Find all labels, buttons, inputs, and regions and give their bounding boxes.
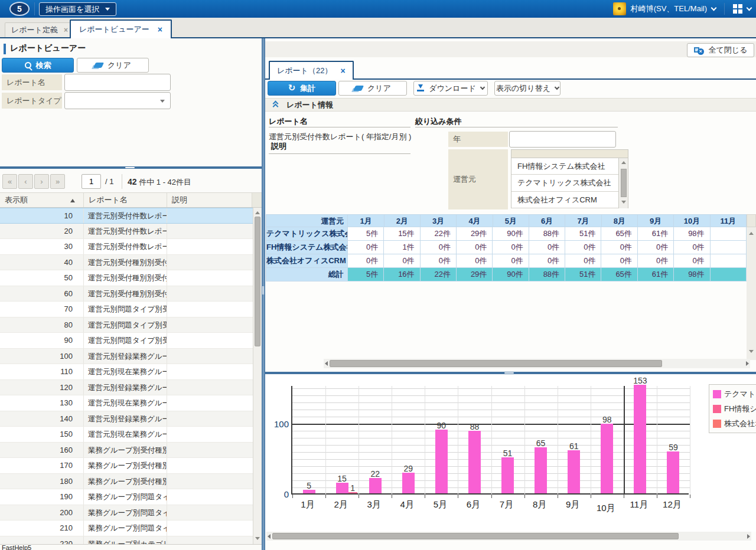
source-option[interactable]: FH情報システム株式会社 <box>511 158 619 175</box>
column-header-order[interactable]: 表示順 <box>0 193 84 207</box>
pager-first-button[interactable]: « <box>2 174 17 189</box>
divider <box>415 127 618 127</box>
cell-display-order: 170 <box>0 458 84 473</box>
summary-month-header: 10月 <box>674 214 710 227</box>
report-list-row[interactable]: 10運営元別受付件数レポート( 年 <box>0 208 253 224</box>
listbox-scrollbar[interactable] <box>618 158 628 208</box>
pager-divider <box>122 174 122 189</box>
tab-report-22[interactable]: レポート（22） × <box>269 61 354 80</box>
tab-report-viewer[interactable]: レポートビューアー × <box>70 19 172 38</box>
report-list-row[interactable]: 60運営元別受付種別別受付件数 <box>0 286 253 302</box>
summary-total-cell: 98件 <box>674 268 710 281</box>
source-option[interactable]: 株式会社オフィスCRM <box>511 192 619 208</box>
screen-select-button[interactable]: 操作画面を選択 <box>39 2 116 16</box>
scroll-left-icon[interactable] <box>325 361 328 366</box>
report-list-row[interactable]: 190業務グループ別問題タイプ別 <box>0 489 253 505</box>
download-button[interactable]: ダウンロード <box>413 81 488 96</box>
chart-splitter[interactable] <box>265 372 756 374</box>
report-list-row[interactable]: 110運営元別現在業務グループ別 <box>0 364 253 380</box>
view-switch-button[interactable]: 表示の切り替え <box>494 81 561 96</box>
report-list-row[interactable]: 210業務グループ別問題タイプ別 <box>0 520 253 536</box>
pager-next-button[interactable]: › <box>34 174 49 189</box>
report-list-row[interactable]: 20運営元別受付件数レポート( 年 <box>0 224 253 240</box>
scroll-right-icon[interactable] <box>747 534 750 539</box>
report-list-row[interactable]: 40運営元別受付種別別受付件数 <box>0 255 253 271</box>
scroll-up-icon[interactable] <box>621 161 626 164</box>
cell-report-name: 運営元別受付種別別受付件数 <box>84 286 167 302</box>
scrollbar-thumb[interactable] <box>330 360 662 367</box>
close-all-button[interactable]: × 全て閉じる <box>687 43 754 57</box>
scroll-down-icon[interactable] <box>621 201 626 204</box>
column-header-name[interactable]: レポート名 <box>84 193 167 207</box>
report-list-row[interactable]: 120運営元別登録業務グループ別 <box>0 380 253 396</box>
scrollbar-thumb[interactable] <box>621 169 627 197</box>
clear-button[interactable]: クリア <box>77 58 149 73</box>
close-icon[interactable]: × <box>158 25 162 34</box>
eraser-icon <box>93 63 104 68</box>
close-icon[interactable]: × <box>340 66 345 76</box>
aggregate-button[interactable]: ↻ 集計 <box>268 81 336 96</box>
report-list-row[interactable]: 200業務グループ別問題タイプ別 <box>0 505 253 521</box>
report-list-row[interactable]: 70運営元別問題タイプ別受付件 <box>0 302 253 317</box>
report-list-row[interactable]: 130運営元別現在業務グループ別 <box>0 395 253 411</box>
user-name[interactable]: 村崎博(SV、TEL/Mail) <box>631 4 707 14</box>
divider <box>269 153 410 154</box>
search-button[interactable]: 検索 <box>2 58 74 73</box>
gridline-vertical <box>425 386 425 495</box>
scroll-down-icon[interactable] <box>255 537 260 540</box>
x-axis-label: 9月 <box>566 499 579 510</box>
source-option[interactable]: テクマトリックス株式会社 <box>511 175 619 191</box>
pager-last-button[interactable]: » <box>50 174 65 189</box>
app-grid-icon[interactable] <box>733 4 742 14</box>
horizontal-splitter[interactable] <box>0 166 262 169</box>
report-list-row[interactable]: 30運営元別受付件数レポート( 年 <box>0 239 253 255</box>
report-list-row[interactable]: 220業務グループ別カテゴリ別受 <box>0 536 253 545</box>
scrollbar-thumb[interactable] <box>272 533 679 539</box>
cell-report-name: 運営元別受付種別別受付件数 <box>84 255 167 270</box>
panel-bottom-scrollbar[interactable] <box>266 532 751 541</box>
pager-prev-button[interactable]: ‹ <box>18 174 33 189</box>
column-header-desc[interactable]: 説明 <box>167 193 252 207</box>
user-avatar[interactable] <box>613 2 626 15</box>
report-info-section-header[interactable]: レポート情報 <box>265 98 756 112</box>
scroll-left-icon[interactable] <box>268 534 271 539</box>
year-input[interactable] <box>509 131 616 148</box>
sort-ascending-icon <box>70 199 75 202</box>
collapse-icon[interactable] <box>272 102 279 109</box>
scrollbar-thumb[interactable] <box>255 217 260 346</box>
cell-display-order: 120 <box>0 380 84 395</box>
report-list-row[interactable]: 90運営元別問題タイプ別受付件 <box>0 333 253 349</box>
table-horizontal-scrollbar[interactable] <box>324 359 750 368</box>
report-list-row[interactable]: 140運営元別登録業務グループ別 <box>0 411 253 427</box>
scroll-right-icon[interactable] <box>746 361 749 366</box>
report-type-select[interactable] <box>64 92 171 109</box>
scroll-up-icon[interactable] <box>255 211 260 214</box>
cell-report-name: 業務グループ別受付種別別受 <box>84 458 167 473</box>
chevron-down-icon[interactable] <box>747 5 752 11</box>
tab-report-definition[interactable]: レポート定義 × <box>5 22 74 37</box>
scroll-down-icon[interactable] <box>749 350 754 353</box>
report-list-row[interactable]: 100運営元別登録業務グループ別 <box>0 349 253 365</box>
source-label: 運営元 <box>448 149 508 209</box>
report-list-row[interactable]: 150運営元別現在業務グループ別 <box>0 427 253 443</box>
scroll-up-icon[interactable] <box>749 232 754 235</box>
table-vertical-scrollbar[interactable] <box>747 227 756 360</box>
clear-button[interactable]: クリア <box>338 81 407 96</box>
source-listbox-options: FH情報システム株式会社テクマトリックス株式会社株式会社オフィスCRM <box>511 158 628 208</box>
cell-report-name: 運営元別現在業務グループ別 <box>84 364 167 379</box>
report-list-row[interactable]: 160業務グループ別受付種別別受 <box>0 443 253 459</box>
cell-display-order: 210 <box>0 520 84 536</box>
report-list-row[interactable]: 180業務グループ別受付種別別受 <box>0 474 253 490</box>
report-list-row[interactable]: 50運営元別受付種別別受付件数 <box>0 270 253 286</box>
summary-value-cell: 1件 <box>384 241 420 254</box>
chevron-down-icon[interactable] <box>711 5 717 11</box>
legend-swatch <box>713 390 721 398</box>
report-name-input[interactable] <box>64 74 171 91</box>
close-icon[interactable]: × <box>64 26 68 34</box>
report-list-row[interactable]: 80運営元別問題タイプ別受付件 <box>0 317 253 333</box>
summary-header-row: 運営元1月2月3月4月5月6月7月8月9月10月11月 <box>266 214 747 227</box>
report-list-row[interactable]: 170業務グループ別受付種別別受 <box>0 458 253 474</box>
summary-value-cell: 0件 <box>493 254 529 268</box>
page-number-input[interactable] <box>82 174 101 189</box>
report-list-scrollbar[interactable] <box>253 208 262 544</box>
